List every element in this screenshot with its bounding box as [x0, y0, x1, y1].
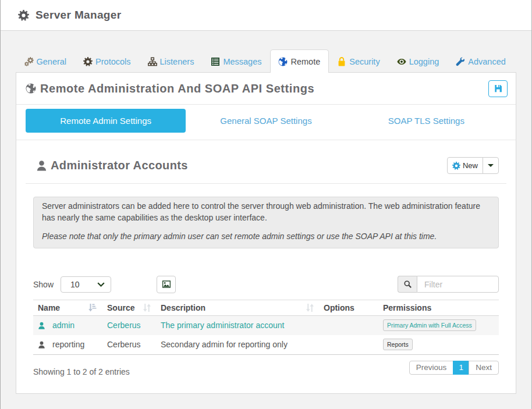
page-size-select[interactable]: 10 [61, 276, 111, 293]
page-size-value: 10 [70, 280, 80, 289]
globe-icon [26, 83, 36, 94]
list-icon [211, 57, 220, 66]
chevron-down-icon [97, 282, 105, 287]
tab: Protocols [75, 49, 139, 73]
tab: Listeners [139, 49, 203, 73]
table-head: Name Source [33, 300, 499, 315]
account-name-link[interactable]: reporting [52, 340, 84, 349]
tab-label: Remote [290, 57, 320, 66]
table-controls: Show 10 [33, 276, 499, 293]
table-row-admin[interactable]: admin Cerberus The primary administrator… [33, 315, 499, 335]
tab-security[interactable]: Security [329, 49, 388, 73]
accounts-body: Server administrators can be added here … [33, 197, 499, 376]
info-text: Server administrators can be added here … [42, 201, 490, 223]
save-button[interactable] [488, 80, 508, 97]
panel-content: Administrator Accounts New Server admini… [16, 140, 516, 393]
tab-remote[interactable]: Remote [270, 49, 329, 73]
filter-group [398, 276, 499, 293]
tab-protocols[interactable]: Protocols [75, 49, 139, 73]
column-header-options[interactable]: Options [319, 300, 378, 315]
column-label: Permissions [383, 303, 431, 312]
next-page-button[interactable]: Next [469, 361, 499, 375]
tab-logging[interactable]: Logging [388, 49, 448, 73]
lock-icon [337, 57, 346, 66]
accounts-header: Administrator Accounts New [26, 140, 506, 184]
column-header-description[interactable]: Description [156, 300, 319, 315]
sort-desc-icon [88, 304, 97, 312]
name-cell-content: admin [38, 321, 98, 330]
person-icon [38, 322, 45, 329]
column-header-name[interactable]: Name [33, 300, 102, 315]
new-button[interactable]: New [447, 157, 483, 174]
tab-label: Advanced [468, 57, 506, 66]
page-1-button[interactable]: 1 [453, 361, 469, 375]
new-dropdown-button[interactable] [483, 157, 499, 174]
save-icon [494, 84, 502, 93]
sort-both-icon [306, 304, 314, 312]
section-header: Remote Administration And SOAP API Setti… [16, 73, 516, 105]
sitemap-icon [148, 57, 157, 66]
subtab-label: General SOAP Settings [220, 116, 311, 126]
person-icon [36, 160, 47, 171]
filter-addon [398, 276, 417, 293]
previous-page-button[interactable]: Previous [409, 361, 454, 375]
tab-label: Protocols [95, 57, 130, 66]
tab-general[interactable]: General [16, 49, 75, 73]
gear-icon [452, 162, 460, 170]
permissions-badge[interactable]: Primary Admin with Full Access [383, 319, 476, 331]
description-cell: The primary administrator account [156, 315, 319, 335]
accounts-table: Name Source [33, 300, 499, 355]
subtab-general-soap-settings[interactable]: General SOAP Settings [186, 109, 346, 133]
pagination: Previous 1 Next [409, 361, 499, 375]
permissions-badge[interactable]: Reports [383, 339, 413, 350]
subtab-label: SOAP TLS Settings [388, 116, 464, 126]
gears-icon [24, 57, 34, 66]
search-icon [404, 280, 412, 288]
filter-input[interactable] [417, 276, 499, 293]
account-description[interactable]: The primary administrator account [161, 321, 284, 330]
table-header-row: Name Source [33, 300, 499, 315]
column-label: Options [324, 303, 354, 312]
name-cell: reporting [33, 335, 102, 355]
app-title: Server Manager [36, 9, 121, 22]
subtab-soap-tls-settings[interactable]: SOAP TLS Settings [346, 109, 506, 133]
tab-listeners[interactable]: Listeners [139, 49, 203, 73]
tab-label: Messages [223, 57, 261, 66]
column-header-source[interactable]: Source [102, 300, 156, 315]
account-name-link[interactable]: admin [52, 321, 75, 330]
image-button[interactable] [157, 276, 176, 293]
info-box: Server administrators can be added here … [33, 197, 499, 248]
wrench-icon [456, 57, 465, 66]
tab-label: General [37, 57, 67, 66]
name-cell: admin [33, 315, 102, 335]
top-bar: Server Manager [1, 0, 531, 31]
subtab-remote-admin-settings[interactable]: Remote Admin Settings [26, 109, 186, 133]
globe-icon [278, 57, 288, 66]
tab: Advanced [448, 49, 515, 73]
tab-advanced[interactable]: Advanced [448, 49, 515, 73]
account-description[interactable]: Secondary admin for reporting only [161, 340, 288, 349]
options-cell [319, 335, 378, 355]
permissions-cell: Primary Admin with Full Access [378, 315, 499, 335]
table-row-reporting[interactable]: reporting Cerberus Secondary admin for r… [33, 335, 499, 355]
caret-down-icon [488, 164, 494, 167]
tab-label: Security [349, 57, 380, 66]
column-header-permissions[interactable]: Permissions [378, 300, 499, 315]
column-label: Source [107, 303, 134, 312]
person-icon [38, 341, 45, 348]
source-cell: Cerberus [102, 335, 156, 355]
account-source[interactable]: Cerberus [107, 321, 141, 330]
gear-icon [18, 10, 29, 21]
tab-label: Listeners [160, 57, 194, 66]
entries-summary: Showing 1 to 2 of 2 entries [33, 367, 130, 376]
account-source[interactable]: Cerberus [107, 340, 141, 349]
accounts-title: Administrator Accounts [51, 159, 188, 172]
tab: Messages [203, 49, 270, 73]
section-title: Remote Administration And SOAP API Setti… [40, 82, 314, 95]
tab-messages[interactable]: Messages [203, 49, 270, 73]
source-cell: Cerberus [102, 315, 156, 335]
subtab-label: Remote Admin Settings [60, 116, 151, 126]
sort-both-icon [143, 304, 151, 312]
column-label: Description [161, 303, 205, 312]
subtab-bar: Remote Admin Settings General SOAP Setti… [16, 105, 516, 140]
